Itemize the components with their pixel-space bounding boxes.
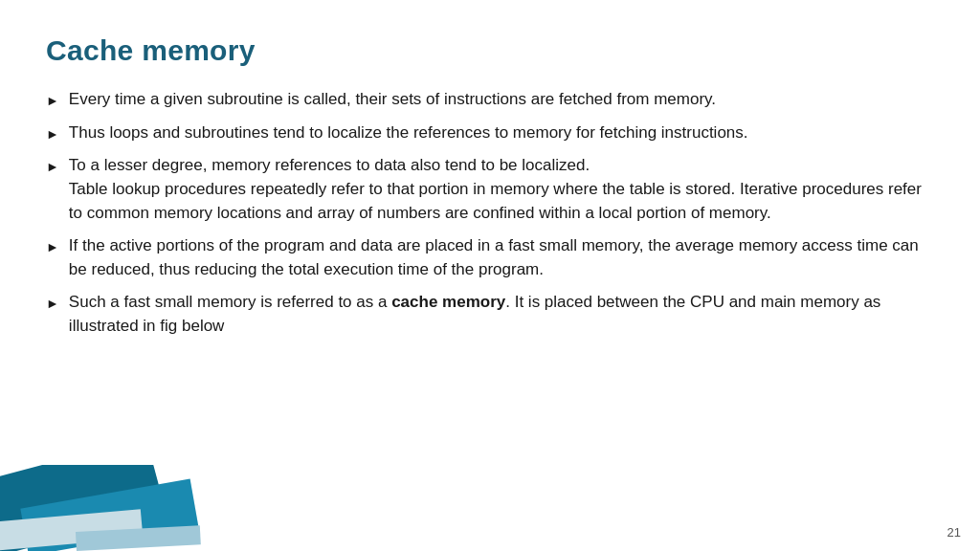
bullet-item-4: ► If the active portions of the program … [46, 234, 934, 281]
bullet-text-5-bold: cache memory [391, 293, 505, 311]
slide-title: Cache memory [46, 34, 934, 67]
bullet-text-2: Thus loops and subroutines tend to local… [69, 121, 934, 145]
bullet-text-1: Every time a given subroutine is called,… [69, 88, 934, 112]
bullet-arrow-3: ► [46, 157, 59, 176]
bullet-item-3: ► To a lesser degree, memory references … [46, 154, 934, 225]
bullet-text-4: If the active portions of the program an… [69, 234, 934, 281]
bullet-arrow-4: ► [46, 237, 59, 256]
bullet-item-5: ► Such a fast small memory is referred t… [46, 291, 934, 338]
bottom-decoration [0, 465, 249, 551]
page-number: 21 [947, 525, 961, 540]
slide: Cache memory ► Every time a given subrou… [0, 0, 980, 551]
bullet-text-3: To a lesser degree, memory references to… [69, 154, 934, 225]
bullet-text-5: Such a fast small memory is referred to … [69, 291, 934, 338]
bullet-arrow-1: ► [46, 91, 59, 110]
content-area: ► Every time a given subroutine is calle… [46, 88, 934, 339]
bullet-item-1: ► Every time a given subroutine is calle… [46, 88, 934, 112]
bullet-item-2: ► Thus loops and subroutines tend to loc… [46, 121, 934, 145]
bullet-arrow-5: ► [46, 294, 59, 313]
bullet-text-5-before: Such a fast small memory is referred to … [69, 293, 391, 311]
bullet-arrow-2: ► [46, 124, 59, 143]
